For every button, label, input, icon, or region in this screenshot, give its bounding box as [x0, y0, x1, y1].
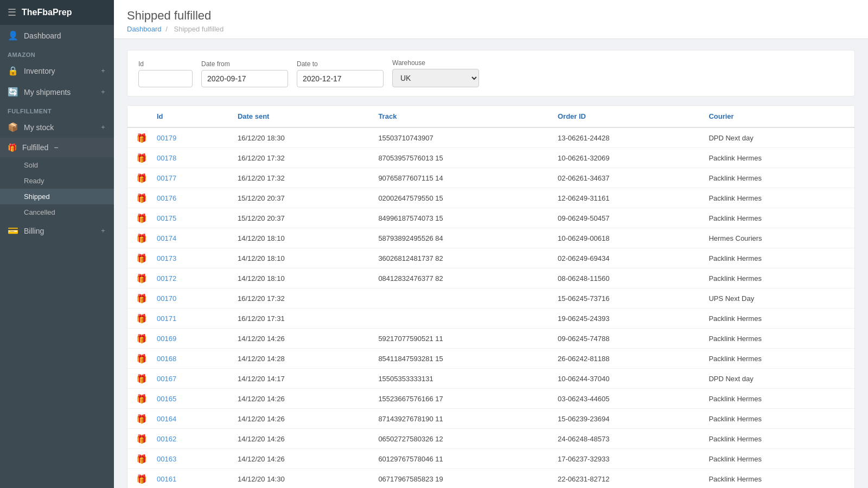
- sidebar-sub-item-sold[interactable]: Sold: [0, 157, 114, 173]
- col-track[interactable]: Track: [369, 106, 549, 127]
- row-date-sent: 14/12/20 14:26: [229, 449, 369, 469]
- row-track: 15505353333131: [369, 369, 549, 389]
- row-date-sent: 14/12/20 18:10: [229, 228, 369, 248]
- sidebar-sub-item-ready[interactable]: Ready: [0, 173, 114, 189]
- table-row: 🎁 00176 15/12/20 20:37 02002647579550 15…: [127, 188, 854, 208]
- row-id[interactable]: 00163: [148, 449, 229, 469]
- sidebar-item-billing[interactable]: 💳 Billing ＋: [0, 220, 114, 241]
- row-order-id: 02-06249-69434: [549, 248, 700, 268]
- row-courier: Packlink Hermes: [700, 469, 854, 489]
- row-order-id: 10-06244-37040: [549, 369, 700, 389]
- sidebar-item-my-stock[interactable]: 📦 My stock ＋: [0, 117, 114, 138]
- table-row: 🎁 00164 14/12/20 14:26 87143927678190 11…: [127, 409, 854, 429]
- hamburger-icon[interactable]: ☰: [8, 7, 16, 18]
- row-courier: Packlink Hermes: [700, 208, 854, 228]
- col-courier[interactable]: Courier: [700, 106, 854, 127]
- row-track: 15523667576166 17: [369, 389, 549, 409]
- row-id[interactable]: 00171: [148, 309, 229, 329]
- row-order-id: 24-06248-48573: [549, 429, 700, 449]
- row-order-id: 26-06242-81188: [549, 349, 700, 369]
- row-id[interactable]: 00177: [148, 168, 229, 188]
- row-courier: Packlink Hermes: [700, 429, 854, 449]
- row-track: 02002647579550 15: [369, 188, 549, 208]
- warehouse-filter-group: Warehouse UK EU US: [392, 59, 479, 87]
- date-to-filter-label: Date to: [297, 60, 384, 68]
- row-track: [369, 309, 549, 329]
- row-date-sent: 14/12/20 14:30: [229, 469, 369, 489]
- package-icon: 🎁: [136, 414, 146, 423]
- sidebar-section-fulfillment: FULFILLMENT: [0, 102, 114, 117]
- row-icon-cell: 🎁: [127, 248, 148, 268]
- id-filter-group: Id: [138, 60, 193, 87]
- row-id[interactable]: 00179: [148, 127, 229, 148]
- package-icon: 🎁: [136, 454, 146, 464]
- row-id[interactable]: 00176: [148, 188, 229, 208]
- row-id[interactable]: 00165: [148, 389, 229, 409]
- breadcrumb-separator: /: [165, 25, 168, 33]
- sidebar-item-my-shipments[interactable]: 🔄 My shipments ＋: [0, 81, 114, 102]
- my-stock-icon: 📦: [8, 122, 18, 132]
- package-icon: 🎁: [136, 394, 146, 403]
- row-icon-cell: 🎁: [127, 369, 148, 389]
- package-icon: 🎁: [136, 333, 146, 343]
- package-icon: 🎁: [136, 374, 146, 383]
- date-to-filter-input[interactable]: [297, 70, 384, 87]
- row-order-id: 12-06249-31161: [549, 188, 700, 208]
- brand-name: TheFbaPrep: [22, 8, 72, 17]
- table-row: 🎁 00178 16/12/20 17:32 87053957576013 15…: [127, 148, 854, 168]
- row-id[interactable]: 00168: [148, 349, 229, 369]
- row-date-sent: 16/12/20 17:31: [229, 309, 369, 329]
- row-courier: DPD Next day: [700, 127, 854, 148]
- row-icon-cell: 🎁: [127, 329, 148, 349]
- col-date-sent[interactable]: Date sent: [229, 106, 369, 127]
- row-id[interactable]: 00178: [148, 148, 229, 168]
- row-icon-cell: 🎁: [127, 268, 148, 288]
- row-id[interactable]: 00162: [148, 429, 229, 449]
- col-id[interactable]: Id: [148, 106, 229, 127]
- row-track: 85411847593281 15: [369, 349, 549, 369]
- row-id[interactable]: 00174: [148, 228, 229, 248]
- row-id[interactable]: 00175: [148, 208, 229, 228]
- row-date-sent: 14/12/20 14:26: [229, 409, 369, 429]
- warehouse-filter-select[interactable]: UK EU US: [392, 69, 479, 87]
- row-id[interactable]: 00164: [148, 409, 229, 429]
- row-date-sent: 14/12/20 14:17: [229, 369, 369, 389]
- date-from-filter-label: Date from: [201, 60, 288, 68]
- id-filter-input[interactable]: [138, 70, 193, 87]
- page-header: Shipped fulfilled Dashboard / Shipped fu…: [114, 0, 868, 39]
- table-row: 🎁 00169 14/12/20 14:26 59217077590521 11…: [127, 329, 854, 349]
- breadcrumb-home-link[interactable]: Dashboard: [127, 25, 162, 33]
- sidebar-my-shipments-label: My shipments: [24, 88, 94, 97]
- sidebar-header: ☰ TheFbaPrep: [0, 0, 114, 25]
- id-filter-label: Id: [138, 60, 193, 68]
- row-track: 15503710743907: [369, 127, 549, 148]
- package-icon: 🎁: [136, 233, 146, 243]
- row-track: 87143927678190 11: [369, 409, 549, 429]
- sidebar-item-inventory[interactable]: 🔒 Inventory ＋: [0, 60, 114, 81]
- row-courier: Packlink Hermes: [700, 248, 854, 268]
- row-courier: Hermes Couriers: [700, 228, 854, 248]
- row-id[interactable]: 00167: [148, 369, 229, 389]
- row-id[interactable]: 00161: [148, 469, 229, 489]
- sidebar-sub-item-cancelled[interactable]: Cancelled: [0, 204, 114, 220]
- row-id[interactable]: 00170: [148, 288, 229, 309]
- row-id[interactable]: 00172: [148, 268, 229, 288]
- table-row: 🎁 00175 15/12/20 20:37 84996187574073 15…: [127, 208, 854, 228]
- col-order-id[interactable]: Order ID: [549, 106, 700, 127]
- shipments-table: Id Date sent Track Order ID Courier 🎁 00…: [127, 106, 854, 488]
- billing-icon: 💳: [8, 226, 18, 236]
- sidebar-sub-item-shipped[interactable]: Shipped: [0, 189, 114, 204]
- row-order-id: 02-06261-34637: [549, 168, 700, 188]
- sidebar-item-fulfilled[interactable]: 🎁 Fulfilled −: [0, 138, 114, 157]
- package-icon: 🎁: [136, 253, 146, 263]
- inventory-icon: 🔒: [8, 66, 18, 76]
- package-icon: 🎁: [136, 173, 146, 183]
- row-id[interactable]: 00169: [148, 329, 229, 349]
- sidebar-item-dashboard[interactable]: 👤 Dashboard: [0, 25, 114, 46]
- row-icon-cell: 🎁: [127, 127, 148, 148]
- date-from-filter-input[interactable]: [201, 70, 288, 87]
- package-icon: 🎁: [136, 354, 146, 363]
- sidebar-billing-label: Billing: [24, 227, 94, 235]
- row-id[interactable]: 00173: [148, 248, 229, 268]
- main-content: Shipped fulfilled Dashboard / Shipped fu…: [114, 0, 868, 488]
